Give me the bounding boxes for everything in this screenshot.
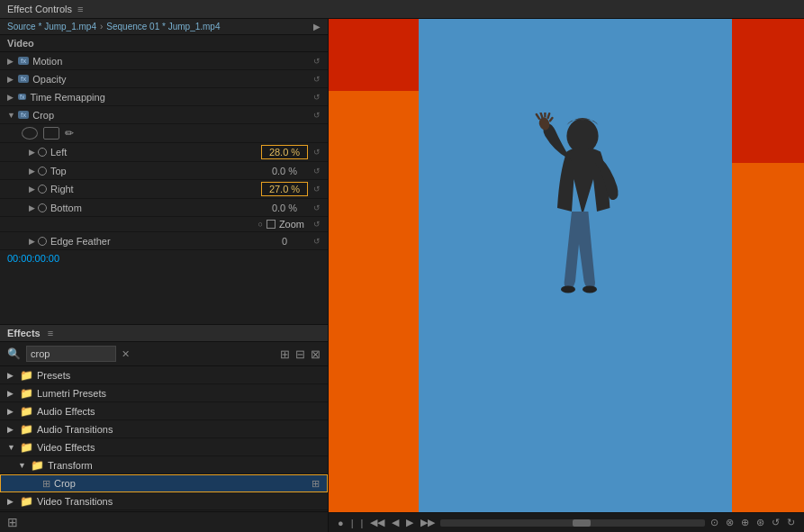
- bottom-reset[interactable]: ↺: [313, 203, 321, 212]
- top-expand[interactable]: ▶: [29, 167, 38, 176]
- crop-rect-tool[interactable]: [43, 127, 59, 140]
- ctrl-sep1: |: [349, 518, 356, 528]
- ctrl-play[interactable]: ▶: [404, 517, 415, 528]
- time-remap-reset[interactable]: ↺: [313, 93, 321, 102]
- audio-trans-expand-tri[interactable]: ▶: [7, 425, 16, 434]
- left-value[interactable]: 28.0 %: [261, 145, 308, 159]
- time-remap-expand[interactable]: ▶: [7, 93, 18, 102]
- transform-expand-tri[interactable]: ▼: [18, 461, 27, 470]
- search-input[interactable]: [26, 346, 116, 362]
- top-param-row[interactable]: ▶ Top 0.0 % ↺: [0, 162, 328, 180]
- top-stopwatch[interactable]: [38, 167, 47, 176]
- edge-stopwatch[interactable]: [38, 237, 47, 246]
- crop-reset[interactable]: ↺: [313, 111, 321, 120]
- svg-point-3: [583, 285, 597, 293]
- opacity-row[interactable]: ▶ fx Opacity ↺: [0, 70, 328, 88]
- right-expand[interactable]: ▶: [29, 185, 38, 194]
- crop-tools-row: ✏: [0, 124, 328, 143]
- ctrl-rewind[interactable]: ◀◀: [368, 517, 386, 528]
- right-param-row[interactable]: ▶ Right 27.0 % ↺: [0, 180, 328, 199]
- left-stopwatch[interactable]: [38, 148, 47, 157]
- crop-expand[interactable]: ▼: [7, 111, 18, 120]
- audio-effects-expand-tri[interactable]: ▶: [7, 407, 16, 416]
- motion-expand[interactable]: ▶: [7, 57, 18, 66]
- audio-transitions-item[interactable]: ▶ 📁 Audio Transitions: [0, 420, 328, 438]
- lumetri-presets-item[interactable]: ▶ 📁 Lumetri Presets: [0, 384, 328, 402]
- time-remapping-row[interactable]: ▶ fx Time Remapping ↺: [0, 88, 328, 106]
- crop-header-row[interactable]: ▼ fx Crop ↺: [0, 106, 328, 124]
- top-label: Top: [50, 166, 261, 176]
- opacity-label: Opacity: [32, 74, 313, 85]
- left-label: Left: [50, 147, 261, 158]
- effects-menu-icon[interactable]: ≡: [48, 328, 53, 338]
- presets-item[interactable]: ▶ 📁 Presets: [0, 366, 328, 384]
- zoom-row: ○ Zoom ↺: [0, 217, 328, 232]
- edge-feather-row[interactable]: ▶ Edge Feather 0 ↺: [0, 232, 328, 250]
- ctrl-redo[interactable]: ↻: [785, 517, 797, 528]
- search-clear-icon[interactable]: ✕: [122, 348, 130, 360]
- audio-effects-label: Audio Effects: [37, 406, 321, 417]
- ctrl-icon1[interactable]: ⊙: [709, 517, 720, 528]
- right-reset[interactable]: ↺: [313, 185, 321, 194]
- video-effects-expand-tri[interactable]: ▼: [7, 443, 16, 452]
- transform-item[interactable]: ▼ 📁 Transform: [0, 456, 328, 474]
- preview-scrollbar-thumb[interactable]: [573, 519, 591, 527]
- source-clip1[interactable]: Source * Jump_1.mp4: [7, 22, 96, 32]
- crop-pen-tool[interactable]: ✏: [65, 127, 74, 140]
- video-trans-expand-tri[interactable]: ▶: [7, 497, 16, 506]
- new-custom-bin-icon[interactable]: ⊞: [7, 515, 18, 529]
- ctrl-step-fwd[interactable]: ▶▶: [419, 517, 437, 528]
- ctrl-icon2[interactable]: ⊗: [724, 517, 736, 528]
- motion-row[interactable]: ▶ fx Motion ↺: [0, 52, 328, 70]
- zoom-label: Zoom: [279, 219, 304, 230]
- lumetri-expand-tri[interactable]: ▶: [7, 389, 16, 398]
- panel-menu-icon[interactable]: ≡: [77, 4, 83, 14]
- edge-feather-label: Edge Feather: [50, 236, 261, 247]
- bottom-param-row[interactable]: ▶ Bottom 0.0 % ↺: [0, 199, 328, 217]
- video-effects-label: Video Effects: [37, 442, 321, 453]
- source-sequence[interactable]: Sequence 01 * Jump_1.mp4: [106, 22, 220, 32]
- crop-label: Crop: [32, 110, 313, 121]
- right-value[interactable]: 27.0 %: [261, 182, 308, 196]
- left-param-row[interactable]: ▶ Left 28.0 % ↺: [0, 143, 328, 162]
- zoom-reset[interactable]: ↺: [313, 220, 321, 229]
- bottom-value[interactable]: 0.0 %: [261, 202, 308, 214]
- zoom-checkbox[interactable]: [266, 220, 276, 229]
- audio-transitions-label: Audio Transitions: [37, 424, 321, 435]
- ctrl-step-back[interactable]: ◀: [390, 517, 401, 528]
- ctrl-icon4[interactable]: ⊛: [754, 517, 766, 528]
- right-stopwatch[interactable]: [38, 185, 47, 194]
- opacity-reset[interactable]: ↺: [313, 75, 321, 84]
- source-bar: Source * Jump_1.mp4 › Sequence 01 * Jump…: [0, 19, 328, 35]
- edge-expand[interactable]: ▶: [29, 237, 38, 246]
- panel-title: Effect Controls: [7, 4, 72, 14]
- bottom-label: Bottom: [50, 203, 261, 213]
- edge-feather-value[interactable]: 0: [261, 235, 308, 248]
- bottom-expand[interactable]: ▶: [29, 203, 38, 212]
- edge-feather-reset[interactable]: ↺: [313, 237, 321, 246]
- bottom-stopwatch[interactable]: [38, 203, 47, 212]
- new-bin-icon[interactable]: ⊞: [280, 347, 290, 361]
- presets-expand-tri[interactable]: ▶: [7, 371, 16, 380]
- audio-effects-item[interactable]: ▶ 📁 Audio Effects: [0, 402, 328, 420]
- crop-item[interactable]: ▶ ⊞ Crop ⊞: [0, 474, 328, 492]
- delete-icon[interactable]: ⊠: [311, 347, 321, 361]
- sequence-arrow[interactable]: ▶: [313, 22, 321, 32]
- effects-footer: ⊞: [0, 511, 328, 532]
- motion-reset[interactable]: ↺: [313, 57, 321, 66]
- top-reset[interactable]: ↺: [313, 167, 321, 176]
- opacity-expand[interactable]: ▶: [7, 75, 18, 84]
- left-reset[interactable]: ↺: [313, 148, 321, 157]
- ctrl-dot1[interactable]: ●: [336, 518, 346, 528]
- top-value[interactable]: 0.0 %: [261, 165, 308, 177]
- crop-file-icon: ⊞: [42, 478, 50, 490]
- new-folder-icon[interactable]: ⊟: [295, 347, 305, 361]
- opacity-fx-badge: fx: [18, 75, 29, 83]
- video-transitions-item[interactable]: ▶ 📁 Video Transitions: [0, 492, 328, 510]
- preview-scrollbar[interactable]: [440, 519, 705, 527]
- video-effects-item[interactable]: ▼ 📁 Video Effects: [0, 438, 328, 456]
- ctrl-icon3[interactable]: ⊕: [739, 517, 751, 528]
- crop-ellipse-tool[interactable]: [22, 127, 38, 140]
- ctrl-undo[interactable]: ↺: [770, 517, 781, 528]
- left-expand[interactable]: ▶: [29, 148, 38, 157]
